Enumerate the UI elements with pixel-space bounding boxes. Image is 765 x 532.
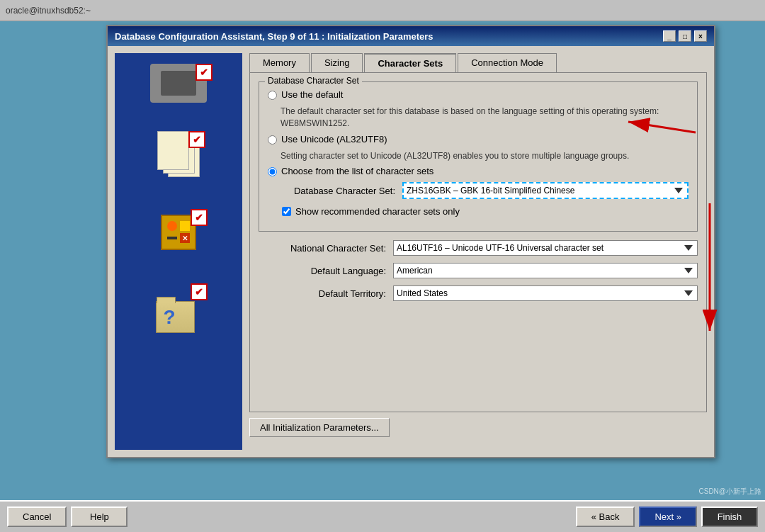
tab-memory[interactable]: Memory (249, 53, 310, 72)
show-recommended-label[interactable]: Show recommended character sets only (295, 206, 460, 217)
minimize-button[interactable]: _ (663, 30, 676, 42)
checkmark-3: ✔ (191, 209, 208, 226)
option-use-unicode: Use Unicode (AL32UTF8) (268, 134, 688, 145)
finish-button[interactable]: Finish (701, 506, 758, 527)
close-button[interactable]: × (694, 30, 707, 42)
tab-character-sets[interactable]: Character Sets (364, 53, 456, 72)
content-area: Memory Sizing Character Sets Connection … (249, 53, 707, 450)
national-charset-label: National Character Set: (259, 243, 386, 254)
checkmark-2: ✔ (188, 131, 205, 148)
option-label-choose[interactable]: Choose from the list of character sets (281, 166, 434, 176)
dialog-title: Database Configuration Assistant, Step 9… (115, 31, 434, 42)
group-label: Database Character Set (265, 76, 362, 86)
checkmark-4: ✔ (191, 283, 208, 300)
option-label-unicode[interactable]: Use Unicode (AL32UTF8) (281, 134, 387, 145)
footer-left-buttons: Cancel Help (7, 506, 128, 527)
sidebar: ✔ ✔ (115, 53, 242, 450)
show-recommended-checkbox[interactable] (282, 207, 291, 216)
checkmark-1: ✔ (196, 64, 212, 81)
os-title: oracle@itnuxhsdb52:~ (6, 6, 91, 16)
watermark: CSDN@小新手上路 (699, 487, 762, 497)
dialog-titlebar-buttons: _ □ × (663, 30, 707, 42)
option-label-default[interactable]: Use the default (281, 89, 343, 100)
tab-connection-mode[interactable]: Connection Mode (458, 53, 557, 72)
option-desc-unicode: Setting character set to Unicode (AL32UT… (280, 150, 688, 162)
all-params-button[interactable]: All Initialization Parameters... (249, 418, 390, 437)
all-params-section: All Initialization Parameters... (249, 418, 707, 437)
help-button[interactable]: Help (71, 506, 128, 527)
cancel-button[interactable]: Cancel (7, 506, 67, 527)
default-language-select[interactable]: American (393, 263, 698, 278)
default-language-label: Default Language: (259, 266, 386, 276)
radio-use-unicode[interactable] (268, 135, 277, 145)
dialog-titlebar: Database Configuration Assistant, Step 9… (108, 26, 714, 46)
dialog-window: Database Configuration Assistant, Step 9… (106, 25, 715, 458)
national-charset-select[interactable]: AL16UTF16 – Unicode UTF-16 Universal cha… (393, 240, 698, 256)
db-charset-group: Database Character Set Use the default T… (259, 81, 698, 232)
option-choose-list: Choose from the list of character sets (268, 166, 688, 176)
national-charset-row: National Character Set: AL16UTF16 – Unic… (259, 240, 698, 256)
tool-minus (167, 237, 177, 239)
tool-x: ✕ (180, 233, 190, 243)
question-mark: ? (164, 306, 176, 329)
tab-sizing[interactable]: Sizing (311, 53, 363, 72)
radio-use-default[interactable] (268, 91, 277, 100)
default-territory-select[interactable]: United States (393, 285, 698, 301)
tabs: Memory Sizing Character Sets Connection … (249, 53, 707, 72)
restore-button[interactable]: □ (679, 30, 691, 42)
footer: Cancel Help « Back Next » Finish (0, 500, 765, 532)
tool-square (180, 221, 190, 231)
next-button[interactable]: Next » (639, 506, 697, 527)
sidebar-item-files: ? ✔ (156, 283, 202, 333)
back-button[interactable]: « Back (576, 506, 635, 527)
default-territory-label: Default Territory: (259, 288, 386, 299)
default-territory-row: Default Territory: United States (259, 285, 698, 301)
db-charset-label: Database Character Set: (268, 186, 395, 196)
dialog-body: ✔ ✔ (108, 46, 714, 457)
sidebar-item-chip: ✔ (150, 64, 207, 103)
folder: ? (156, 301, 195, 333)
footer-right-buttons: « Back Next » Finish (576, 506, 758, 527)
default-language-row: Default Language: American (259, 263, 698, 278)
option-use-default: Use the default (268, 89, 688, 100)
panel: Database Character Set Use the default T… (249, 72, 707, 412)
option-desc-default: The default character set for this datab… (280, 106, 688, 130)
db-charset-row: Database Character Set: ZHS16GBK – GBK 1… (268, 182, 688, 199)
tool-circle (167, 221, 177, 231)
radio-choose-list[interactable] (268, 167, 277, 176)
db-charset-select[interactable]: ZHS16GBK – GBK 16-bit Simplified Chinese (402, 182, 688, 199)
sidebar-item-docs: ✔ (157, 131, 200, 181)
sidebar-item-tools: ✕ ✔ (156, 209, 202, 255)
show-recommended-row: Show recommended character sets only (282, 206, 688, 217)
os-titlebar: oracle@itnuxhsdb52:~ (0, 0, 765, 21)
